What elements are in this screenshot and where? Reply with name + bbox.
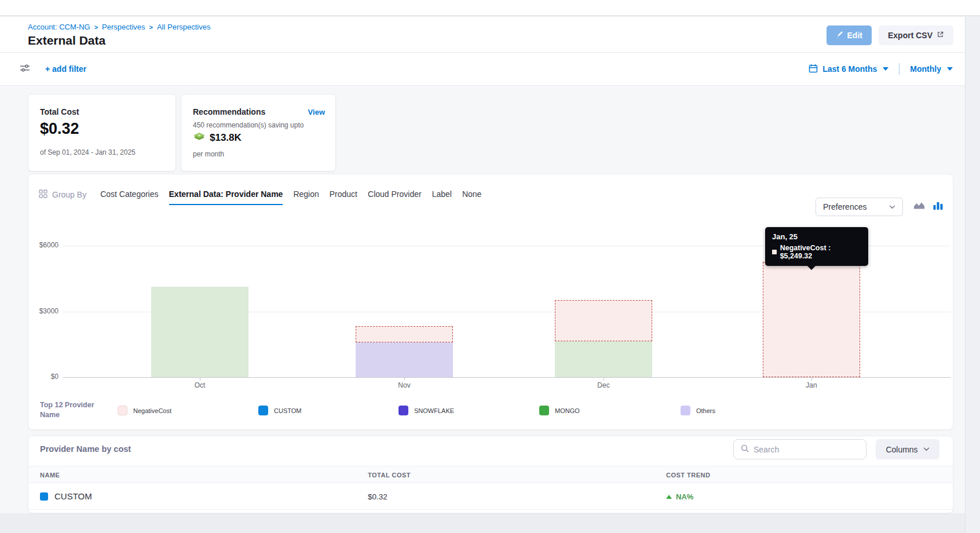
bar-segment-negativecost-nov[interactable] — [356, 326, 453, 342]
legend-item-custom[interactable]: CUSTOM — [258, 406, 301, 415]
table-panel: Provider Name by cost Columns NAME TOTAL… — [28, 436, 953, 513]
money-icon — [193, 132, 206, 144]
total-cost-label: Total Cost — [40, 107, 79, 116]
legend-label: SNOWFLAKE — [414, 407, 454, 414]
legend-label: NegativeCost — [133, 407, 171, 414]
x-axis-label: Dec — [580, 381, 627, 389]
legend-label: Others — [696, 407, 715, 414]
provider-name: CUSTOM — [54, 491, 92, 501]
granularity-dropdown[interactable]: Monthly — [910, 64, 941, 74]
y-axis-label: $3000 — [28, 307, 58, 315]
legend-title: Top 12 Provider Name — [40, 400, 105, 420]
legend-item-mongo[interactable]: MONGO — [539, 406, 580, 415]
breadcrumb: Account: CCM-NG>Perspectives>All Perspec… — [28, 23, 210, 31]
search-input[interactable] — [754, 445, 852, 454]
pencil-icon — [836, 31, 843, 40]
legend-item-snowflake[interactable]: SNOWFLAKE — [398, 406, 454, 415]
gridline — [63, 377, 950, 378]
page-title: External Data — [28, 34, 105, 48]
legend-swatch — [118, 406, 127, 415]
stacked-bar-chart: $0$3000$6000OctNovDecJan — [28, 174, 954, 430]
x-axis-label: Jan — [788, 381, 835, 389]
search-icon — [741, 444, 749, 455]
x-axis-label: Oct — [177, 381, 223, 389]
total-cost-value: $0.32 — [40, 120, 79, 138]
add-filter-button[interactable]: + add filter — [45, 64, 86, 74]
chart-tooltip: Jan, 25 NegativeCost : $5,249.32 — [765, 227, 868, 266]
legend-label: MONGO — [555, 407, 580, 414]
total-cost-card: Total Cost $0.32 of Sep 01, 2024 - Jan 3… — [28, 94, 176, 171]
breadcrumb-link[interactable]: All Perspectives — [157, 23, 210, 31]
trend-up-icon — [666, 495, 672, 499]
tooltip-series-swatch — [772, 250, 777, 254]
recommendations-line1: 450 recommendation(s) saving upto — [193, 121, 303, 129]
chevron-down-icon — [923, 447, 930, 451]
legend-swatch — [681, 406, 690, 415]
header-actions: Edit Export CSV — [827, 25, 953, 45]
savings-amount: $13.8K — [210, 132, 242, 144]
provider-color-swatch — [40, 492, 48, 501]
filter-sliders-icon[interactable] — [20, 64, 30, 75]
legend-item-negativecost[interactable]: NegativeCost — [118, 406, 171, 415]
x-axis-tick — [200, 377, 200, 381]
y-axis-label: $0 — [28, 373, 58, 381]
table-header-row: NAME TOTAL COST COST TREND — [28, 466, 953, 483]
table-search[interactable] — [733, 439, 866, 459]
edit-button[interactable]: Edit — [827, 25, 872, 45]
tooltip-title: Jan, 25 — [772, 232, 861, 241]
bar-segment-mongo-oct[interactable] — [151, 287, 248, 377]
time-range-dropdown[interactable]: Last 6 Months — [822, 64, 877, 74]
filter-bar: + add filter Last 6 Months Monthly — [0, 52, 965, 86]
breadcrumb-link[interactable]: Perspectives — [102, 23, 145, 31]
external-link-icon — [937, 31, 944, 40]
calendar-icon — [809, 64, 818, 75]
tooltip-pointer — [807, 265, 816, 270]
recommendations-card: Recommendations View 450 recommendation(… — [181, 94, 336, 171]
bar-segment-others-nov[interactable] — [356, 342, 453, 377]
legend-swatch — [398, 406, 408, 415]
breadcrumb-separator: > — [94, 24, 98, 31]
row-total-cost: $0.32 — [368, 492, 387, 501]
chart-panel: Group By Cost CategoriesExternal Data: P… — [28, 174, 953, 430]
trend-value: NA% — [676, 492, 693, 501]
y-axis-label: $6000 — [28, 241, 58, 249]
legend-item-others[interactable]: Others — [681, 406, 715, 415]
column-header-cost-trend[interactable]: COST TREND — [666, 472, 711, 479]
recommendations-label: Recommendations — [193, 107, 265, 116]
table-row[interactable]: CUSTOM $0.32 NA% — [28, 483, 953, 510]
legend-swatch — [258, 406, 268, 415]
collapsed-right-rail[interactable] — [965, 17, 980, 533]
tooltip-value: NegativeCost : $5,249.32 — [780, 244, 861, 260]
view-recommendations-link[interactable]: View — [308, 108, 325, 116]
divider — [899, 63, 899, 75]
chevron-down-icon[interactable] — [883, 67, 888, 71]
total-cost-period: of Sep 01, 2024 - Jan 31, 2025 — [40, 148, 136, 156]
x-axis-tick — [604, 377, 604, 381]
column-header-name[interactable]: NAME — [40, 472, 60, 479]
table-title: Provider Name by cost — [40, 444, 131, 454]
next-row-peek — [0, 513, 965, 533]
x-axis-tick — [404, 377, 405, 381]
column-header-total-cost[interactable]: TOTAL COST — [368, 472, 411, 479]
breadcrumb-separator: > — [149, 24, 153, 31]
legend-label: CUSTOM — [274, 407, 301, 414]
recommendations-line2: per month — [193, 150, 224, 158]
export-csv-button[interactable]: Export CSV — [879, 25, 953, 45]
columns-button[interactable]: Columns — [876, 439, 939, 459]
legend-swatch — [539, 406, 549, 415]
bar-segment-mongo-dec[interactable] — [555, 341, 652, 377]
breadcrumb-link[interactable]: Account: CCM-NG — [28, 23, 90, 31]
x-axis-label: Nov — [381, 381, 427, 389]
bar-segment-negativecost-jan[interactable] — [763, 262, 860, 377]
page-header: Account: CCM-NG>Perspectives>All Perspec… — [0, 17, 965, 52]
browser-top-strip — [0, 0, 980, 16]
bar-segment-negativecost-dec[interactable] — [555, 300, 652, 341]
x-axis-tick — [811, 377, 812, 381]
chevron-down-icon[interactable] — [947, 67, 953, 71]
